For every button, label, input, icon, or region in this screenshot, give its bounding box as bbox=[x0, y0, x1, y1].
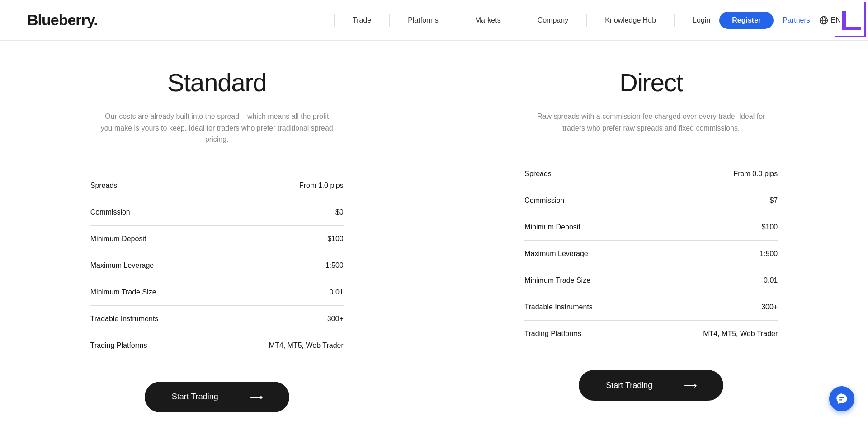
table-row: Spreads From 0.0 pips bbox=[524, 161, 778, 187]
feature-value: 0.01 bbox=[330, 288, 344, 296]
nav-company[interactable]: Company bbox=[519, 14, 587, 27]
logo: Blueberry. bbox=[27, 11, 98, 29]
feature-label: Maximum Leverage bbox=[524, 250, 588, 258]
feature-value: From 0.0 pips bbox=[733, 170, 778, 178]
nav-markets[interactable]: Markets bbox=[457, 14, 519, 27]
feature-value: 1:500 bbox=[760, 250, 778, 258]
direct-plan: Direct Raw spreads with a commission fee… bbox=[434, 41, 868, 425]
feature-value: 300+ bbox=[761, 303, 778, 311]
main-nav: Trade Platforms Markets Company Knowledg… bbox=[334, 14, 675, 27]
standard-features-table: Spreads From 1.0 pips Commission $0 Mini… bbox=[90, 173, 344, 359]
table-row: Commission $0 bbox=[90, 199, 344, 226]
standard-cta-label: Start Trading bbox=[172, 392, 218, 402]
arrow-right-icon: ⟶ bbox=[684, 380, 696, 391]
feature-label: Minimum Deposit bbox=[90, 235, 146, 243]
feature-value: 300+ bbox=[327, 315, 344, 323]
feature-label: Minimum Deposit bbox=[524, 223, 580, 231]
table-row: Trading Platforms MT4, MT5, Web Trader bbox=[524, 321, 778, 347]
corner-logo bbox=[835, 2, 866, 39]
feature-label: Commission bbox=[524, 196, 564, 205]
direct-features-table: Spreads From 0.0 pips Commission $7 Mini… bbox=[524, 161, 778, 347]
feature-value: MT4, MT5, Web Trader bbox=[703, 330, 778, 338]
nav-platforms[interactable]: Platforms bbox=[390, 14, 457, 27]
table-row: Minimum Deposit $100 bbox=[90, 226, 344, 252]
main-content: Standard Our costs are already built int… bbox=[0, 41, 868, 425]
feature-value: $100 bbox=[327, 235, 344, 243]
direct-title: Direct bbox=[619, 68, 683, 97]
table-row: Spreads From 1.0 pips bbox=[90, 173, 344, 199]
register-button[interactable]: Register bbox=[719, 12, 774, 29]
standard-plan: Standard Our costs are already built int… bbox=[0, 41, 434, 425]
partners-link[interactable]: Partners bbox=[783, 16, 810, 24]
table-row: Minimum Trade Size 0.01 bbox=[90, 279, 344, 306]
table-row: Tradable Instruments 300+ bbox=[90, 306, 344, 332]
standard-start-trading-button[interactable]: Start Trading ⟶ bbox=[145, 382, 289, 412]
feature-label: Tradable Instruments bbox=[524, 303, 593, 311]
chat-button[interactable] bbox=[829, 386, 854, 411]
table-row: Trading Platforms MT4, MT5, Web Trader bbox=[90, 332, 344, 359]
feature-value: $0 bbox=[335, 208, 344, 216]
feature-label: Trading Platforms bbox=[90, 341, 147, 350]
table-row: Commission $7 bbox=[524, 187, 778, 214]
table-row: Maximum Leverage 1:500 bbox=[90, 252, 344, 279]
direct-description: Raw spreads with a commission fee charge… bbox=[533, 111, 769, 134]
nav-knowledge-hub[interactable]: Knowledge Hub bbox=[587, 14, 675, 27]
feature-label: Spreads bbox=[90, 182, 118, 190]
standard-title: Standard bbox=[167, 68, 266, 97]
header: Blueberry. Trade Platforms Markets Compa… bbox=[0, 0, 868, 41]
feature-label: Minimum Trade Size bbox=[90, 288, 156, 296]
feature-label: Maximum Leverage bbox=[90, 262, 154, 270]
table-row: Maximum Leverage 1:500 bbox=[524, 241, 778, 267]
feature-value: $100 bbox=[762, 223, 778, 231]
arrow-right-icon: ⟶ bbox=[250, 392, 262, 402]
table-row: Minimum Trade Size 0.01 bbox=[524, 267, 778, 294]
feature-label: Minimum Trade Size bbox=[524, 276, 590, 285]
feature-value: From 1.0 pips bbox=[299, 182, 344, 190]
feature-value: MT4, MT5, Web Trader bbox=[269, 341, 344, 350]
login-button[interactable]: Login bbox=[693, 16, 710, 24]
direct-cta-label: Start Trading bbox=[606, 381, 652, 390]
table-row: Tradable Instruments 300+ bbox=[524, 294, 778, 321]
feature-value: $7 bbox=[769, 196, 778, 205]
table-row: Minimum Deposit $100 bbox=[524, 214, 778, 241]
feature-label: Spreads bbox=[524, 170, 552, 178]
feature-label: Commission bbox=[90, 208, 130, 216]
feature-value: 1:500 bbox=[326, 262, 344, 270]
feature-label: Tradable Instruments bbox=[90, 315, 159, 323]
standard-description: Our costs are already built into the spr… bbox=[99, 111, 335, 145]
direct-start-trading-button[interactable]: Start Trading ⟶ bbox=[579, 370, 723, 401]
header-actions: Login Register Partners EN bbox=[693, 12, 841, 29]
feature-label: Trading Platforms bbox=[524, 330, 581, 338]
feature-value: 0.01 bbox=[764, 276, 778, 285]
chat-icon bbox=[835, 392, 848, 405]
nav-trade[interactable]: Trade bbox=[334, 14, 390, 27]
globe-icon bbox=[819, 16, 828, 25]
